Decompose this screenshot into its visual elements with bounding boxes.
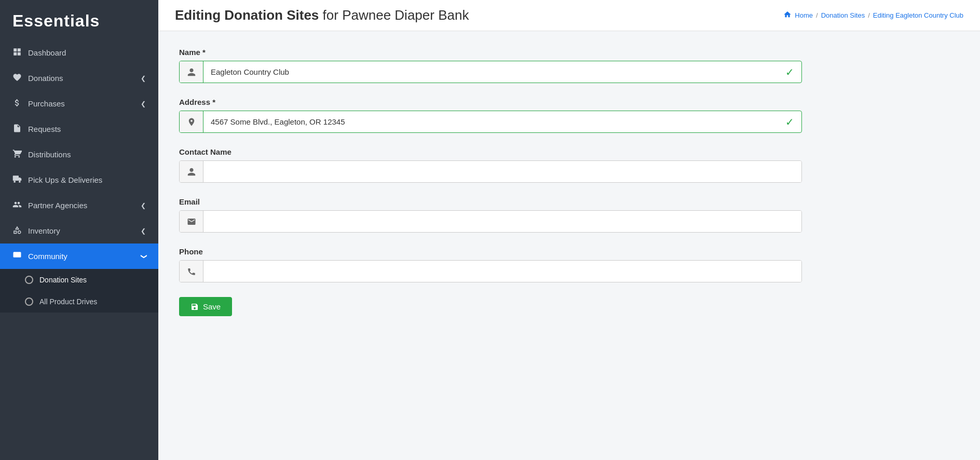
address-input-wrapper: ✓	[179, 111, 802, 133]
sidebar-sub-item-label: All Product Drives	[39, 297, 97, 306]
phone-input[interactable]	[203, 261, 801, 282]
svg-point-2	[19, 181, 21, 183]
breadcrumb-current: Editing Eagleton Country Club	[873, 11, 963, 19]
breadcrumb-donation-sites-link[interactable]: Donation Sites	[821, 11, 865, 19]
dashboard-icon	[12, 47, 22, 58]
chevron-icon: ❮	[141, 227, 146, 235]
address-required: *	[212, 98, 215, 106]
breadcrumb-sep1: /	[816, 11, 818, 19]
sidebar-item-label: Requests	[28, 125, 61, 133]
phone-input-wrapper	[179, 260, 802, 282]
contact-name-input[interactable]	[203, 161, 801, 182]
name-label: Name *	[179, 48, 959, 57]
phone-icon	[180, 261, 203, 282]
sidebar-item-purchases[interactable]: Purchases ❮	[0, 91, 158, 116]
save-button-label: Save	[203, 302, 221, 311]
page-title: Editing Donation Sites for Pawnee Diaper…	[175, 7, 469, 23]
name-input[interactable]	[203, 61, 778, 83]
breadcrumb-home-link[interactable]: Home	[795, 11, 813, 19]
donations-icon	[12, 73, 22, 84]
name-field-group: Name * ✓	[179, 48, 959, 83]
email-input-wrapper	[179, 210, 802, 233]
email-icon	[180, 211, 203, 232]
phone-label: Phone	[179, 247, 959, 256]
partner-icon	[12, 200, 22, 211]
inventory-icon	[12, 225, 22, 236]
contact-name-label: Contact Name	[179, 147, 959, 156]
address-valid-icon: ✓	[778, 111, 801, 132]
breadcrumb-sep2: /	[868, 11, 870, 19]
breadcrumb-home-icon	[783, 10, 792, 20]
topbar: Editing Donation Sites for Pawnee Diaper…	[158, 0, 980, 31]
community-icon	[12, 251, 22, 262]
breadcrumb: Home / Donation Sites / Editing Eagleton…	[783, 10, 963, 20]
contact-person-icon	[180, 161, 203, 182]
email-input[interactable]	[203, 211, 801, 232]
sidebar-item-label: Donations	[28, 74, 63, 83]
sidebar-item-label: Purchases	[28, 99, 65, 108]
distributions-icon	[12, 149, 22, 160]
address-label: Address *	[179, 98, 959, 106]
email-label: Email	[179, 197, 959, 206]
sidebar-sub-item-donation-sites[interactable]: Donation Sites	[0, 269, 158, 291]
sidebar-item-requests[interactable]: Requests	[0, 116, 158, 142]
requests-icon	[12, 124, 22, 134]
form-area: Name * ✓ Address * ✓	[158, 31, 980, 460]
chevron-icon: ❮	[141, 100, 146, 107]
address-icon	[180, 111, 203, 132]
sidebar-item-label: Partner Agencies	[28, 201, 87, 210]
sidebar-item-donations[interactable]: Donations ❮	[0, 65, 158, 91]
contact-name-input-wrapper	[179, 160, 802, 183]
sidebar-item-inventory[interactable]: Inventory ❮	[0, 218, 158, 243]
save-button[interactable]: Save	[179, 297, 232, 316]
circle-icon	[25, 297, 33, 306]
sidebar-item-label: Community	[28, 252, 67, 261]
address-input[interactable]	[203, 111, 778, 132]
phone-field-group: Phone	[179, 247, 959, 282]
sidebar-item-pickups[interactable]: Pick Ups & Deliveries	[0, 167, 158, 193]
chevron-down-icon: ❮	[140, 254, 147, 259]
sidebar: Essentials Dashboard Donations ❮ Purchas…	[0, 0, 158, 460]
purchases-icon	[12, 98, 22, 109]
pickups-icon	[12, 174, 22, 185]
sidebar-item-label: Dashboard	[28, 48, 66, 57]
address-field-group: Address * ✓	[179, 98, 959, 133]
main-content: Editing Donation Sites for Pawnee Diaper…	[158, 0, 980, 460]
sidebar-item-dashboard[interactable]: Dashboard	[0, 40, 158, 65]
chevron-icon: ❮	[141, 75, 146, 82]
contact-name-field-group: Contact Name	[179, 147, 959, 183]
name-input-wrapper: ✓	[179, 61, 802, 83]
sidebar-sub-item-all-product-drives[interactable]: All Product Drives	[0, 291, 158, 313]
svg-point-1	[13, 181, 16, 183]
sidebar-item-community[interactable]: Community ❮	[0, 243, 158, 269]
sidebar-item-partner-agencies[interactable]: Partner Agencies ❮	[0, 193, 158, 218]
svg-rect-0	[13, 175, 19, 181]
name-valid-icon: ✓	[778, 61, 801, 83]
svg-rect-3	[13, 252, 21, 258]
person-icon	[180, 61, 203, 83]
save-icon	[190, 303, 199, 311]
circle-icon	[25, 276, 33, 284]
sidebar-item-distributions[interactable]: Distributions	[0, 142, 158, 167]
name-required: *	[202, 48, 206, 57]
sidebar-sub-item-label: Donation Sites	[39, 276, 87, 284]
email-field-group: Email	[179, 197, 959, 233]
sidebar-item-label: Pick Ups & Deliveries	[28, 175, 102, 184]
sidebar-item-label: Distributions	[28, 150, 71, 159]
sidebar-item-label: Inventory	[28, 226, 60, 235]
app-logo: Essentials	[0, 0, 158, 40]
chevron-icon: ❮	[141, 202, 146, 209]
